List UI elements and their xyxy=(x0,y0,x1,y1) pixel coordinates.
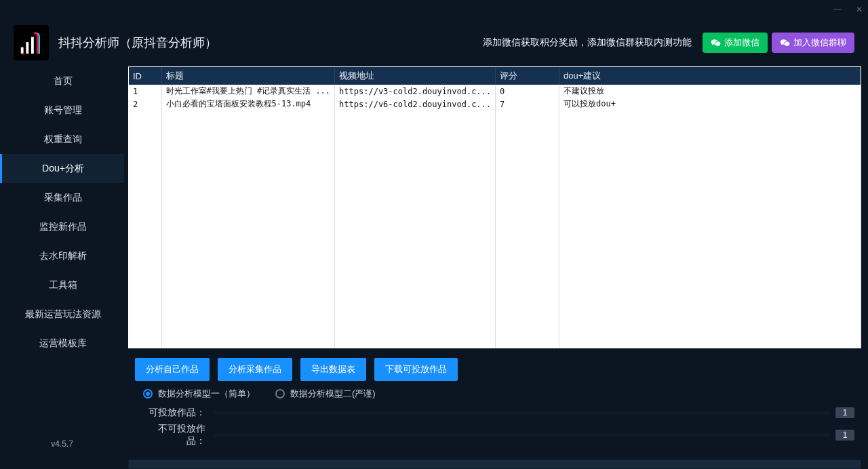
table-row-empty xyxy=(129,208,861,219)
svg-rect-2 xyxy=(31,37,34,54)
main-area: ID 标题 视频地址 评分 dou+建议 1时光工作室#我要上热门 #记录真实生… xyxy=(124,66,868,469)
svg-rect-1 xyxy=(26,42,28,54)
stat-no-count: 1 xyxy=(835,430,854,441)
col-title[interactable]: 标题 xyxy=(161,67,335,85)
table-row-empty xyxy=(129,176,861,186)
results-table: ID 标题 视频地址 评分 dou+建议 1时光工作室#我要上热门 #记录真实生… xyxy=(129,67,861,348)
svg-rect-0 xyxy=(21,47,24,54)
add-wechat-label: 添加微信 xyxy=(724,37,760,49)
join-group-label: 加入微信群聊 xyxy=(793,37,846,49)
cell-score: 0 xyxy=(496,85,559,98)
stat-ok-bar xyxy=(214,411,830,415)
cell-url: https://v6-cold2.douyinvod.c... xyxy=(335,98,496,110)
radio-dot-icon xyxy=(275,389,285,399)
table-row-empty xyxy=(129,143,861,154)
results-table-wrap: ID 标题 视频地址 评分 dou+建议 1时光工作室#我要上热门 #记录真实生… xyxy=(128,66,861,348)
table-row-empty xyxy=(129,241,861,251)
col-url[interactable]: 视频地址 xyxy=(335,67,496,85)
table-row[interactable]: 2小白必看的宝塔面板安装教程5-13.mp4https://v6-cold2.d… xyxy=(129,98,861,110)
stat-ok-label: 可投放作品： xyxy=(144,407,205,419)
table-row-empty xyxy=(129,165,861,176)
sidebar-item-2[interactable]: 权重查询 xyxy=(0,125,124,154)
table-row-empty xyxy=(129,121,861,132)
col-id[interactable]: ID xyxy=(129,67,161,85)
model2-radio[interactable]: 数据分析模型二(严谨) xyxy=(275,388,376,400)
sidebar-item-4[interactable]: 采集作品 xyxy=(0,183,124,212)
table-row-empty xyxy=(129,110,861,121)
cell-score: 7 xyxy=(496,98,559,110)
download-button[interactable]: 下载可投放作品 xyxy=(374,358,458,381)
stat-no-row: 不可投放作品： 1 xyxy=(135,423,854,447)
table-row-empty xyxy=(129,284,861,295)
table-row-empty xyxy=(129,186,861,197)
stat-ok-count: 1 xyxy=(835,407,854,418)
window-titlebar: — ✕ xyxy=(0,0,868,19)
sidebar-item-8[interactable]: 最新运营玩法资源 xyxy=(0,300,124,329)
radio-dot-icon xyxy=(143,389,153,399)
sidebar-item-3[interactable]: Dou+分析 xyxy=(0,154,124,183)
col-score[interactable]: 评分 xyxy=(496,67,559,85)
app-title: 抖抖分析师（原抖音分析师） xyxy=(58,35,217,51)
table-row-empty xyxy=(129,197,861,208)
sidebar-item-5[interactable]: 监控新作品 xyxy=(0,212,124,241)
controls-panel: 分析自己作品 分析采集作品 导出数据表 下载可投放作品 数据分析模型一（简单） … xyxy=(124,348,861,453)
cell-id: 1 xyxy=(129,85,161,98)
analyze-collect-button[interactable]: 分析采集作品 xyxy=(218,358,292,381)
close-button[interactable]: ✕ xyxy=(853,3,865,16)
model1-radio[interactable]: 数据分析模型一（简单） xyxy=(143,388,255,400)
table-row-empty xyxy=(129,295,861,306)
table-row-empty xyxy=(129,230,861,241)
join-group-button[interactable]: 加入微信群聊 xyxy=(772,33,854,53)
minimize-button[interactable]: — xyxy=(831,3,844,16)
wechat-group-icon xyxy=(780,37,791,48)
add-wechat-button[interactable]: 添加微信 xyxy=(703,33,768,53)
col-suggest[interactable]: dou+建议 xyxy=(559,67,861,85)
cell-title: 时光工作室#我要上热门 #记录真实生活 ... xyxy=(161,85,335,98)
cell-title: 小白必看的宝塔面板安装教程5-13.mp4 xyxy=(161,98,335,110)
cell-suggest: 不建议投放 xyxy=(559,85,861,98)
model1-label: 数据分析模型一（简单） xyxy=(158,388,255,400)
sidebar-item-0[interactable]: 首页 xyxy=(0,66,124,96)
app-logo xyxy=(14,25,49,60)
model2-label: 数据分析模型二(严谨) xyxy=(290,388,376,400)
table-row-empty xyxy=(129,262,861,273)
table-row-empty xyxy=(129,306,861,317)
status-bar xyxy=(128,460,861,469)
app-header: 抖抖分析师（原抖音分析师） 添加微信获取积分奖励，添加微信群获取内测功能 添加微… xyxy=(0,19,868,66)
table-row-empty xyxy=(129,219,861,230)
svg-point-3 xyxy=(22,53,24,55)
version-label: v4.5.7 xyxy=(0,439,124,469)
header-promo-text: 添加微信获取积分奖励，添加微信群获取内测功能 xyxy=(483,37,692,49)
stat-no-bar xyxy=(214,433,830,437)
table-row-empty xyxy=(129,327,861,338)
sidebar-item-7[interactable]: 工具箱 xyxy=(0,270,124,300)
table-row-empty xyxy=(129,251,861,262)
table-row-empty xyxy=(129,317,861,327)
cell-url: https://v3-cold2.douyinvod.c... xyxy=(335,85,496,98)
sidebar-item-1[interactable]: 账号管理 xyxy=(0,96,124,125)
cell-suggest: 可以投放dou+ xyxy=(559,98,861,110)
table-row-empty xyxy=(129,338,861,348)
analyze-own-button[interactable]: 分析自己作品 xyxy=(135,358,210,381)
sidebar-item-6[interactable]: 去水印解析 xyxy=(0,241,124,270)
stat-ok-row: 可投放作品： 1 xyxy=(135,407,854,419)
table-row-empty xyxy=(129,273,861,284)
logo-icon xyxy=(18,30,44,56)
wechat-icon xyxy=(711,37,722,48)
cell-id: 2 xyxy=(129,98,161,110)
table-row[interactable]: 1时光工作室#我要上热门 #记录真实生活 ...https://v3-cold2… xyxy=(129,85,861,98)
table-row-empty xyxy=(129,132,861,143)
sidebar-item-9[interactable]: 运营模板库 xyxy=(0,329,124,358)
stat-no-label: 不可投放作品： xyxy=(144,423,205,447)
table-row-empty xyxy=(129,154,861,165)
export-button[interactable]: 导出数据表 xyxy=(300,358,366,381)
sidebar: 首页账号管理权重查询Dou+分析采集作品监控新作品去水印解析工具箱最新运营玩法资… xyxy=(0,66,124,469)
